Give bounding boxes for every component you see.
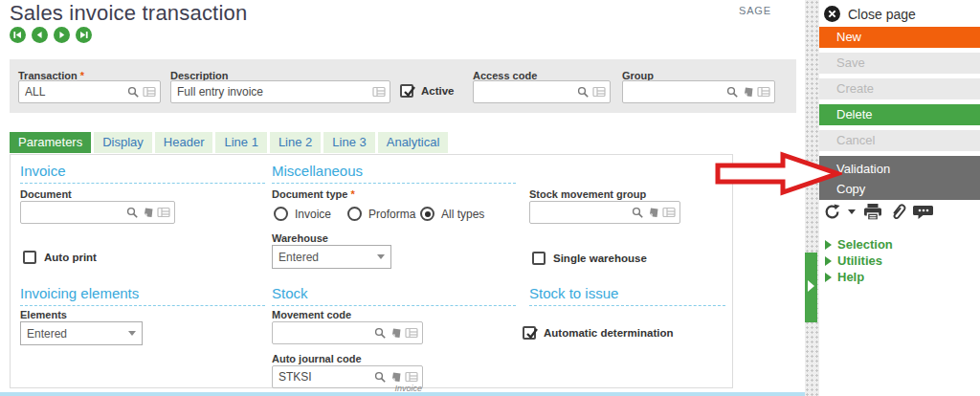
table-lookup-icon[interactable]: [372, 86, 386, 98]
document-type-label: Document type *: [272, 188, 355, 200]
print-icon[interactable]: [862, 203, 883, 221]
stock-movement-group-label: Stock movement group: [529, 188, 646, 200]
stock-movement-group-input[interactable]: [536, 206, 629, 219]
sidebar-link-utilities[interactable]: Utilities: [825, 253, 893, 269]
comment-icon[interactable]: [913, 203, 934, 221]
refresh-icon[interactable]: [823, 203, 841, 221]
radio-all-types-label: All types: [441, 208, 484, 221]
single-warehouse-row: Single warehouse: [532, 252, 647, 265]
elements-value: Entered: [27, 327, 67, 341]
brand-logo: SAGE: [739, 5, 771, 16]
automatic-determination-row: Automatic determination: [523, 326, 673, 340]
delete-button[interactable]: Delete: [819, 104, 980, 125]
actions-icon[interactable]: [647, 207, 659, 219]
auto-journal-code-label: Auto journal code: [272, 353, 362, 364]
sidebar-links: Selection Utilities Help: [825, 236, 893, 285]
record-navigation: [10, 27, 92, 43]
table-lookup-icon[interactable]: [405, 371, 418, 383]
elements-dropdown[interactable]: Entered: [20, 321, 143, 345]
table-lookup-icon[interactable]: [592, 86, 606, 98]
tab-analytical[interactable]: Analytical: [378, 132, 449, 153]
page-title: Sales invoice transaction: [10, 1, 247, 26]
tab-line-2[interactable]: Line 2: [270, 132, 321, 153]
section-title-stock: Stock: [272, 285, 516, 306]
movement-code-input[interactable]: [278, 326, 371, 340]
radio-all-types-row: All types: [420, 207, 484, 221]
table-lookup-icon[interactable]: [157, 207, 170, 218]
auto-journal-code-input[interactable]: [278, 370, 371, 384]
document-field: [20, 201, 175, 224]
auto-print-label: Auto print: [44, 252, 97, 263]
tab-line-1[interactable]: Line 1: [215, 132, 266, 153]
single-warehouse-label: Single warehouse: [553, 253, 647, 264]
automatic-determination-checkbox[interactable]: [523, 326, 536, 340]
transaction-input[interactable]: [25, 85, 124, 99]
validation-button[interactable]: Validation: [819, 159, 980, 179]
table-lookup-icon[interactable]: [405, 327, 418, 339]
radio-proforma[interactable]: [347, 207, 362, 221]
bottom-scroll-track: [0, 392, 807, 396]
search-icon[interactable]: [577, 86, 590, 99]
table-lookup-icon[interactable]: [143, 86, 156, 98]
refresh-options-caret-icon[interactable]: [848, 209, 856, 214]
panel-splitter: [805, 0, 819, 396]
search-icon[interactable]: [126, 207, 139, 219]
sidebar-link-selection[interactable]: Selection: [825, 236, 893, 253]
triangle-right-icon: [825, 256, 832, 266]
extra-actions-block: Validation Copy: [819, 156, 980, 200]
movement-code-label: Movement code: [272, 309, 351, 320]
search-icon[interactable]: [374, 327, 387, 340]
required-marker: *: [351, 188, 355, 200]
first-record-button[interactable]: [10, 27, 26, 43]
previous-record-button[interactable]: [32, 27, 48, 43]
group-field: [622, 80, 775, 103]
last-record-button[interactable]: [76, 27, 92, 43]
search-icon[interactable]: [374, 371, 387, 384]
next-record-icon: [56, 30, 67, 40]
search-icon[interactable]: [127, 86, 140, 99]
auto-print-checkbox[interactable]: [23, 251, 36, 264]
movement-code-field: [272, 321, 423, 344]
section-title-stock-to-issue: Stock to issue: [529, 285, 725, 306]
tab-line-3[interactable]: Line 3: [323, 132, 374, 153]
actions-icon[interactable]: [390, 371, 402, 384]
create-button[interactable]: Create: [819, 78, 980, 99]
table-lookup-icon[interactable]: [757, 86, 770, 98]
save-button[interactable]: Save: [819, 53, 980, 74]
document-input[interactable]: [27, 206, 123, 219]
copy-button[interactable]: Copy: [819, 179, 980, 199]
next-record-button[interactable]: [54, 27, 70, 43]
close-page-button[interactable]: Close page: [824, 6, 916, 22]
table-lookup-icon[interactable]: [662, 207, 676, 218]
search-icon[interactable]: [726, 86, 739, 99]
single-warehouse-checkbox[interactable]: [532, 252, 546, 265]
radio-proforma-label: Proforma: [368, 208, 415, 221]
tab-display[interactable]: Display: [94, 132, 152, 153]
tab-parameters[interactable]: Parameters: [10, 132, 91, 153]
actions-icon[interactable]: [742, 86, 754, 99]
stock-movement-group-field: [529, 201, 680, 224]
close-page-label: Close page: [848, 7, 916, 22]
splitter-collapse-handle[interactable]: [805, 253, 817, 322]
sidebar-link-help[interactable]: Help: [825, 269, 893, 285]
search-icon[interactable]: [632, 207, 644, 219]
auto-print-row: Auto print: [23, 251, 97, 264]
radio-invoice[interactable]: [274, 207, 288, 221]
description-input[interactable]: [177, 85, 369, 99]
radio-proforma-row: Proforma: [347, 207, 415, 221]
sage-x3-window: Sales invoice transaction SAGE Transacti…: [0, 0, 980, 396]
cancel-button[interactable]: Cancel: [819, 130, 980, 151]
previous-record-icon: [34, 30, 45, 40]
access-code-input[interactable]: [479, 85, 574, 99]
attachment-icon[interactable]: [890, 203, 906, 221]
new-button[interactable]: New: [819, 27, 980, 48]
warehouse-dropdown[interactable]: Entered: [272, 245, 391, 269]
actions-icon[interactable]: [142, 207, 154, 219]
group-input[interactable]: [629, 85, 724, 99]
radio-all-types[interactable]: [420, 207, 434, 221]
access-code-field: [473, 80, 611, 103]
tab-header[interactable]: Header: [155, 132, 213, 153]
active-checkbox[interactable]: [400, 84, 413, 98]
actions-icon[interactable]: [390, 327, 402, 340]
tool-icon-row: [823, 203, 934, 221]
